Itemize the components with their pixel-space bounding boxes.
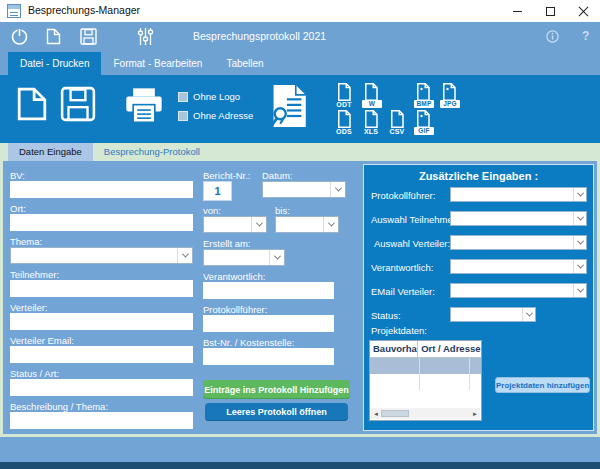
checkbox-icon[interactable] <box>178 92 188 102</box>
side-label-verantwortlich: Verantwortlich: <box>371 262 433 273</box>
file-icon <box>389 110 405 128</box>
bst-nr-input[interactable] <box>203 348 334 365</box>
side-email-verteiler-combobox[interactable] <box>450 283 587 298</box>
verteiler-email-input[interactable] <box>10 346 193 363</box>
erstellt-am-combobox[interactable] <box>203 249 285 266</box>
table-header-ort-adresse[interactable]: Ort / Adresse <box>418 341 481 357</box>
beschreibung-input[interactable] <box>10 412 193 429</box>
table-row[interactable] <box>370 358 481 374</box>
tab-format-bearbeiten[interactable]: Format - Bearbeiten <box>101 52 214 75</box>
field-label-beschreibung: Beschreibung / Thema: <box>10 401 108 412</box>
subtab-daten-eingabe[interactable]: Daten Eingabe <box>8 143 93 161</box>
von-combobox[interactable] <box>203 216 267 233</box>
open-empty-protocol-button[interactable]: Leeres Protokoll öffnen <box>205 403 348 421</box>
thema-combobox[interactable] <box>10 247 193 264</box>
chevron-down-icon[interactable] <box>573 236 586 249</box>
ort-input[interactable] <box>10 214 193 231</box>
export-word-button[interactable]: W <box>358 83 384 108</box>
export-pdf-icon[interactable] <box>268 83 308 129</box>
chevron-down-icon[interactable] <box>323 217 338 232</box>
file-icon <box>336 110 352 128</box>
field-label-bericht-nr: Bericht-Nr.: <box>203 170 251 181</box>
side-label-email-verteiler: EMail Verteiler: <box>371 286 435 297</box>
status-bar <box>0 462 600 469</box>
table-header-bauvorhaben[interactable]: Bauvorha <box>370 341 418 357</box>
verteiler-input[interactable] <box>10 313 193 330</box>
chevron-down-icon[interactable] <box>573 284 586 297</box>
chevron-down-icon[interactable] <box>269 250 284 265</box>
side-protokollfuehrer-combobox[interactable] <box>450 187 587 202</box>
maximize-button[interactable] <box>534 0 567 22</box>
table-cell <box>420 374 470 390</box>
scroll-left-icon[interactable]: ◄ <box>371 411 381 417</box>
minimize-button[interactable] <box>501 0 534 22</box>
teilnehmer-input[interactable] <box>10 280 193 297</box>
side-auswahl-verteiler-combobox[interactable] <box>450 235 587 250</box>
checkbox-label: Ohne Adresse <box>193 110 253 121</box>
checkbox-label: Ohne Logo <box>193 91 240 102</box>
field-label-teilnehmer: Teilnehmer: <box>10 269 59 280</box>
minimize-icon <box>513 11 522 12</box>
side-label-auswahl-verteiler: Auswahl Verteiler: <box>374 238 450 249</box>
export-jpg-button[interactable]: JPG <box>436 83 462 108</box>
settings-sliders-icon[interactable] <box>137 27 154 46</box>
help-icon[interactable]: ? <box>582 29 589 43</box>
export-csv-button[interactable]: CSV <box>384 110 410 135</box>
scroll-right-icon[interactable]: ► <box>470 411 480 417</box>
side-verantwortlich-combobox[interactable] <box>450 259 587 274</box>
bv-input[interactable] <box>10 181 193 198</box>
chevron-down-icon[interactable] <box>573 260 586 273</box>
chevron-down-icon[interactable] <box>573 212 586 225</box>
chevron-down-icon[interactable] <box>251 217 266 232</box>
status-art-input[interactable] <box>10 379 193 396</box>
export-odt-button[interactable]: ODT <box>331 83 357 108</box>
field-label-erstellt-am: Erstellt am: <box>203 238 251 249</box>
table-row[interactable] <box>370 374 481 390</box>
side-auswahl-teilnehmer-combobox[interactable] <box>450 211 587 226</box>
ribbon-tabs: Datei - Drucken Format - Bearbeiten Tabe… <box>0 52 600 75</box>
new-file-big-icon[interactable] <box>16 85 48 123</box>
titlebar: Besprechungs-Manager <box>0 0 600 22</box>
chevron-down-icon[interactable] <box>573 188 586 201</box>
bis-combobox[interactable] <box>275 216 339 233</box>
printer-icon[interactable] <box>122 87 166 125</box>
scrollbar-thumb[interactable] <box>381 410 409 417</box>
chevron-down-icon[interactable] <box>177 248 192 263</box>
projektdaten-hinzufuegen-button[interactable]: Projektdaten hinzufügen <box>495 377 590 393</box>
chevron-down-icon[interactable] <box>522 308 535 321</box>
projektdaten-table[interactable]: Bauvorha Ort / Adresse ◄ ► <box>369 340 482 421</box>
toolbar: Besprechungsprotokoll 2021 ? <box>0 22 600 52</box>
checkbox-icon[interactable] <box>178 111 188 121</box>
subtab-besprechung-protokoll[interactable]: Besprechung-Protokoll <box>93 143 211 161</box>
side-status-combobox[interactable] <box>450 307 536 322</box>
verantwortlich-input[interactable] <box>203 282 334 299</box>
add-entries-button[interactable]: Einträge ins Protokoll Hinzufügen <box>203 380 350 399</box>
save-big-icon[interactable] <box>60 86 96 122</box>
protokollfuehrer-input[interactable] <box>203 315 334 332</box>
export-xls-button[interactable]: XLS <box>358 110 384 135</box>
side-label-auswahl-teilnehmer: Auswahl Teilnehmer: <box>371 214 458 225</box>
export-ods-button[interactable]: ODS <box>331 110 357 135</box>
tab-datei-drucken[interactable]: Datei - Drucken <box>8 52 101 75</box>
ohne-logo-checkbox[interactable]: Ohne Logo <box>178 91 240 102</box>
chevron-down-icon[interactable] <box>330 182 345 197</box>
info-icon[interactable] <box>546 30 559 43</box>
bericht-nr-input[interactable] <box>203 181 232 201</box>
export-bmp-button[interactable]: BMP <box>410 83 436 108</box>
app-window: Besprechungs-Manager Besprechungs <box>0 0 600 469</box>
table-cell <box>370 374 420 390</box>
ohne-adresse-checkbox[interactable]: Ohne Adresse <box>178 110 253 121</box>
power-icon[interactable] <box>10 27 29 46</box>
close-icon <box>578 6 589 17</box>
new-file-icon[interactable] <box>46 28 61 45</box>
datum-combobox[interactable] <box>262 181 346 198</box>
projektdaten-label: Projektdaten: <box>371 325 427 336</box>
export-gif-button[interactable]: GIF <box>410 110 436 135</box>
horizontal-scrollbar[interactable]: ◄ ► <box>371 408 480 419</box>
bottom-strip <box>0 437 600 462</box>
save-icon[interactable] <box>80 28 97 45</box>
file-icon <box>363 83 379 101</box>
tab-tabellen[interactable]: Tabellen <box>214 52 275 75</box>
close-button[interactable] <box>567 0 600 22</box>
file-icon <box>336 83 352 101</box>
